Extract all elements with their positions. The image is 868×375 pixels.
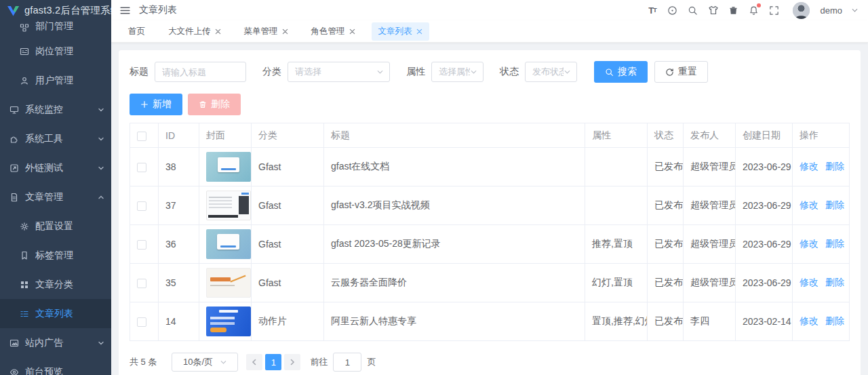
category-filter-label: 分类 <box>262 66 281 78</box>
sidebar-item-tags[interactable]: 标签管理 <box>0 241 111 270</box>
tab-label: 大文件上传 <box>168 26 211 37</box>
cell-attribute: 幻灯,置顶 <box>585 264 648 302</box>
list-icon <box>20 309 29 319</box>
tab-article-list[interactable]: 文章列表 <box>372 22 429 41</box>
notification-bell-icon[interactable] <box>748 5 760 16</box>
sidebar-item-post[interactable]: 岗位管理 <box>0 37 111 66</box>
cell-created: 2023-06-29 <box>736 186 793 225</box>
tab-menu-management[interactable]: 菜单管理 <box>237 22 295 41</box>
cell-category: 动作片 <box>252 302 324 341</box>
cover-thumbnail[interactable] <box>206 307 251 336</box>
username[interactable]: demo <box>820 5 842 16</box>
cover-thumbnail[interactable] <box>206 152 251 182</box>
header-operations: 操作 <box>793 123 850 148</box>
sidebar-item-label: 外链测试 <box>25 162 63 174</box>
tab-role-management[interactable]: 角色管理 <box>304 22 362 41</box>
sidebar-item-user[interactable]: 用户管理 <box>0 66 111 95</box>
edit-link[interactable]: 修改 <box>800 161 818 172</box>
edit-link[interactable]: 修改 <box>800 238 818 249</box>
search-button[interactable]: 搜索 <box>594 61 648 83</box>
add-button[interactable]: 新增 <box>130 94 182 115</box>
sidebar-item-article-category[interactable]: 文章分类 <box>0 270 111 299</box>
search-icon[interactable] <box>687 5 698 16</box>
delete-link[interactable]: 删除 <box>825 315 844 326</box>
user-avatar[interactable] <box>793 2 810 19</box>
add-button-label: 新增 <box>153 98 172 111</box>
font-size-icon[interactable]: TT <box>646 5 658 16</box>
row-checkbox[interactable] <box>137 279 146 288</box>
row-checkbox[interactable] <box>137 163 146 172</box>
close-icon[interactable] <box>349 28 355 35</box>
goto-page-input[interactable] <box>333 353 361 372</box>
prev-page-button[interactable] <box>246 354 262 370</box>
article-list-panel: 标题 分类 请选择 属性 选择属性 状态 发布状态 <box>119 50 861 375</box>
chevron-down-icon <box>98 340 104 347</box>
cell-status: 已发布 <box>648 264 684 302</box>
delete-link[interactable]: 删除 <box>825 199 844 210</box>
record-circle-icon[interactable] <box>667 5 678 16</box>
cell-created: 2023-06-29 <box>736 148 793 186</box>
attribute-filter-select[interactable]: 选择属性 <box>431 62 484 82</box>
header-id: ID <box>159 123 199 148</box>
chevron-down-icon <box>98 165 104 172</box>
edit-link[interactable]: 修改 <box>800 199 818 210</box>
reset-button[interactable]: 重置 <box>654 61 708 83</box>
cover-thumbnail[interactable] <box>206 191 251 220</box>
row-checkbox[interactable] <box>137 201 146 211</box>
row-checkbox[interactable] <box>137 240 146 250</box>
cell-publisher: 超级管理员 <box>684 186 736 225</box>
fullscreen-icon[interactable] <box>768 5 780 16</box>
sidebar-item-monitor[interactable]: 系统监控 <box>0 95 111 124</box>
cell-created: 2023-02-14 <box>736 302 793 341</box>
hamburger-menu-icon[interactable] <box>119 5 131 16</box>
tab-big-file-upload[interactable]: 大文件上传 <box>161 22 228 41</box>
table-row: 14 动作片 阿里云新人特惠专享 置顶,推荐,幻灯 已发布 李四 2023-02… <box>130 302 850 341</box>
close-icon[interactable] <box>282 28 288 35</box>
cell-id: 35 <box>159 264 199 302</box>
theme-tshirt-icon[interactable] <box>707 5 719 16</box>
logo-icon <box>7 5 20 16</box>
edit-link[interactable]: 修改 <box>800 277 818 288</box>
header-cover: 封面 <box>199 123 252 148</box>
chevron-down-icon <box>98 106 104 113</box>
search-button-label: 搜索 <box>618 66 637 78</box>
sidebar-item-config[interactable]: 配置设置 <box>0 212 111 241</box>
sidebar-item-external-link[interactable]: 外链测试 <box>0 153 111 182</box>
id-card-icon <box>20 47 29 56</box>
trash-icon[interactable] <box>728 5 739 16</box>
tab-home[interactable]: 首页 <box>121 22 152 41</box>
table-row: 36 Gfast gfast 2023-05-28更新记录 推荐,置顶 已发布 … <box>130 225 850 264</box>
cell-created: 2023-06-29 <box>736 264 793 302</box>
select-all-checkbox[interactable] <box>137 132 146 141</box>
sidebar-item-site-ads[interactable]: 站内广告 <box>0 328 111 357</box>
delete-link[interactable]: 删除 <box>825 238 844 249</box>
department-icon <box>20 23 29 33</box>
sidebar-item-article[interactable]: 文章管理 <box>0 182 111 212</box>
cover-thumbnail[interactable] <box>206 268 251 298</box>
chevron-up-icon <box>98 194 104 201</box>
delete-link[interactable]: 删除 <box>825 277 844 288</box>
sidebar-item-article-list[interactable]: 文章列表 <box>0 299 111 328</box>
cell-id: 37 <box>159 186 199 225</box>
header-publisher: 发布人 <box>684 123 736 148</box>
sidebar-item-tools[interactable]: 系统工具 <box>0 124 111 153</box>
sidebar-item-dept[interactable]: 部门管理 <box>0 14 111 37</box>
delete-button[interactable]: 删除 <box>188 94 241 115</box>
next-page-button[interactable] <box>284 354 300 370</box>
table-row: 37 Gfast gfast-v3.2项目实战视频 已发布 超级管理员 2023… <box>130 186 850 225</box>
cover-thumbnail[interactable] <box>206 229 251 259</box>
title-filter-input[interactable] <box>155 62 246 82</box>
chevron-down-icon[interactable] <box>851 7 859 14</box>
close-icon[interactable] <box>215 28 221 35</box>
category-filter-select[interactable]: 请选择 <box>288 62 390 82</box>
cell-created: 2023-06-29 <box>736 225 793 264</box>
delete-link[interactable]: 删除 <box>825 161 844 172</box>
page-size-select[interactable]: 10条/页 <box>172 353 238 372</box>
cell-attribute: 推荐,置顶 <box>585 225 648 264</box>
page-number-1[interactable]: 1 <box>265 354 281 370</box>
close-icon[interactable] <box>416 28 422 35</box>
status-filter-select[interactable]: 发布状态 <box>525 62 577 82</box>
sidebar-item-front-preview[interactable]: 前台预览 <box>0 357 111 375</box>
edit-link[interactable]: 修改 <box>800 315 818 326</box>
row-checkbox[interactable] <box>137 317 146 327</box>
